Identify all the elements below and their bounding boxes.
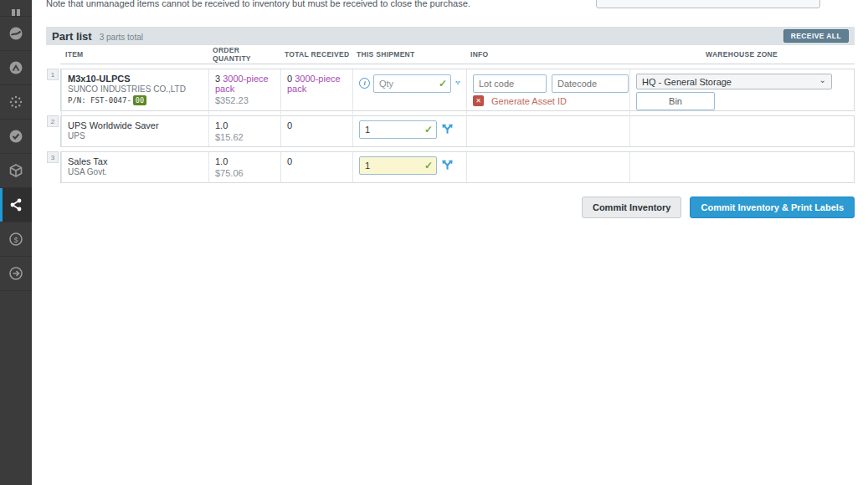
sidebar-item-quality[interactable] bbox=[0, 120, 32, 154]
part-list-header: Part list 3 parts total RECEIVE ALL bbox=[46, 27, 855, 45]
valid-check-icon bbox=[424, 160, 433, 171]
row-number: 3 bbox=[47, 151, 59, 163]
dashboard-swoosh-icon bbox=[8, 26, 23, 41]
sidebar-item-finance[interactable]: $ bbox=[0, 222, 32, 257]
order-price: $15.62 bbox=[215, 132, 275, 142]
item-name: UPS Worldwide Saver bbox=[68, 120, 203, 130]
bin-input[interactable] bbox=[636, 92, 715, 110]
item-cell: Sales Tax USA Govt. bbox=[61, 152, 208, 182]
this-shipment-cell bbox=[352, 69, 466, 115]
info-cell bbox=[466, 116, 629, 146]
split-shipment-icon[interactable] bbox=[441, 159, 454, 171]
table-row: 2 UPS Worldwide Saver UPS 1.0 $15.62 0 bbox=[60, 115, 855, 147]
valid-check-icon bbox=[424, 124, 433, 135]
warehouse-zone-cell bbox=[629, 116, 855, 146]
qty-input-wrap bbox=[373, 74, 451, 93]
top-cropped-input[interactable] bbox=[596, 0, 820, 8]
info-cell bbox=[466, 152, 629, 182]
qty-input-wrap bbox=[359, 120, 437, 139]
item-vendor: SUNCO INDUSTRIES CO.,LTD bbox=[68, 84, 203, 94]
part-number-line: P/N: FST-0047- 00 bbox=[68, 95, 203, 105]
warehouse-zone-cell: HQ - General Storage bbox=[629, 69, 855, 115]
split-shipment-icon[interactable] bbox=[441, 123, 454, 135]
item-name: M3x10-ULPCS bbox=[68, 74, 203, 84]
received-unit-link[interactable]: 3000-piece pack bbox=[287, 74, 341, 94]
currency-circle-icon: $ bbox=[8, 232, 23, 247]
total-received-cell: 0 3000-piece pack bbox=[280, 69, 352, 115]
col-header-warehouse-zone: WAREHOUSE ZONE bbox=[629, 50, 855, 59]
sidebar-item-inventory[interactable] bbox=[0, 154, 32, 188]
unmanaged-items-note: Note that unmanaged items cannot be rece… bbox=[46, 0, 470, 8]
revision-badge: 00 bbox=[133, 95, 146, 105]
receive-all-button[interactable]: RECEIVE ALL bbox=[783, 29, 849, 43]
this-shipment-cell bbox=[352, 116, 466, 146]
sidebar-item-purchasing[interactable] bbox=[0, 188, 32, 222]
col-header-total-received: TOTAL RECEIVED bbox=[280, 50, 352, 59]
item-name: Sales Tax bbox=[68, 156, 203, 166]
table-row: 1 M3x10-ULPCS SUNCO INDUSTRIES CO.,LTD P… bbox=[60, 69, 855, 111]
warehouse-zone-cell bbox=[629, 152, 855, 182]
col-header-this-shipment: THIS SHIPMENT bbox=[352, 50, 465, 59]
svg-text:$: $ bbox=[13, 236, 18, 244]
qty-input-wrap bbox=[359, 156, 437, 175]
received-quantity-value: 0 bbox=[287, 156, 292, 166]
sidebar-item-dashboard[interactable] bbox=[0, 17, 32, 51]
panel-title: Part list bbox=[52, 30, 92, 43]
this-shipment-cell bbox=[352, 152, 466, 182]
datecode-input[interactable] bbox=[552, 74, 629, 93]
asset-disabled-x-icon[interactable] bbox=[473, 95, 484, 106]
info-cell: Generate Asset ID bbox=[466, 69, 629, 115]
main-content: Note that unmanaged items cannot be rece… bbox=[32, 0, 868, 485]
sidebar-item-production[interactable] bbox=[0, 51, 32, 85]
warehouse-zone-value: HQ - General Storage bbox=[642, 77, 732, 87]
part-number: P/N: FST-0047- bbox=[68, 96, 131, 105]
order-quantity-cell: 3 3000-piece pack $352.23 bbox=[208, 69, 280, 115]
sidebar-item-logout[interactable] bbox=[0, 257, 32, 291]
generate-asset-row: Generate Asset ID bbox=[473, 95, 624, 106]
split-shipment-icon[interactable] bbox=[455, 77, 460, 89]
commit-inventory-button[interactable]: Commit Inventory bbox=[582, 197, 682, 218]
order-quantity-cell: 1.0 $15.62 bbox=[208, 116, 280, 146]
valid-check-icon bbox=[439, 78, 447, 89]
column-headers: ITEM ORDER QUANTITY TOTAL RECEIVED THIS … bbox=[60, 45, 855, 64]
received-quantity-value: 0 bbox=[287, 120, 292, 130]
warehouse-zone-select[interactable]: HQ - General Storage bbox=[636, 74, 832, 89]
lot-code-input[interactable] bbox=[473, 74, 547, 93]
received-quantity-value: 0 bbox=[287, 74, 292, 84]
dotted-circle-icon bbox=[8, 94, 23, 110]
info-icon[interactable] bbox=[359, 78, 370, 89]
item-vendor: USA Govt. bbox=[68, 167, 203, 176]
chevron-down-icon bbox=[819, 75, 826, 84]
row-number: 2 bbox=[47, 115, 59, 127]
home-partial-icon bbox=[8, 1, 23, 16]
share-icon bbox=[8, 197, 23, 212]
generate-asset-label[interactable]: Generate Asset ID bbox=[491, 96, 567, 106]
item-cell: M3x10-ULPCS SUNCO INDUSTRIES CO.,LTD P/N… bbox=[61, 69, 208, 115]
sidebar-item-home[interactable] bbox=[0, 0, 32, 17]
col-header-order-quantity: ORDER QUANTITY bbox=[208, 46, 280, 63]
package-cube-icon bbox=[8, 163, 23, 178]
order-quantity-value: 1.0 bbox=[215, 120, 228, 130]
order-quantity-cell: 1.0 $75.06 bbox=[208, 152, 280, 182]
total-received-cell: 0 bbox=[280, 152, 352, 182]
order-price: $75.06 bbox=[215, 168, 275, 178]
check-seal-icon bbox=[8, 129, 23, 144]
sidebar-item-parts[interactable] bbox=[0, 85, 32, 120]
sidebar: $ bbox=[0, 0, 32, 485]
commit-actions: Commit Inventory Commit Inventory & Prin… bbox=[46, 197, 855, 218]
commit-inventory-print-labels-button[interactable]: Commit Inventory & Print Labels bbox=[690, 197, 855, 218]
row-number: 1 bbox=[47, 69, 59, 80]
order-quantity-value: 3 bbox=[215, 74, 220, 84]
item-vendor: UPS bbox=[68, 131, 203, 140]
ascend-circle-icon bbox=[8, 60, 23, 75]
order-quantity-value: 1.0 bbox=[215, 156, 228, 166]
parts-total-count: 3 parts total bbox=[100, 33, 143, 42]
col-header-item: ITEM bbox=[60, 50, 208, 59]
order-unit-link[interactable]: 3000-piece pack bbox=[215, 74, 269, 94]
item-cell: UPS Worldwide Saver UPS bbox=[61, 116, 208, 146]
col-header-info: INFO bbox=[465, 50, 629, 59]
table-row: 3 Sales Tax USA Govt. 1.0 $75.06 0 bbox=[60, 151, 855, 183]
order-price: $352.23 bbox=[215, 95, 275, 105]
arrow-right-circle-icon bbox=[8, 266, 23, 281]
total-received-cell: 0 bbox=[280, 116, 352, 146]
